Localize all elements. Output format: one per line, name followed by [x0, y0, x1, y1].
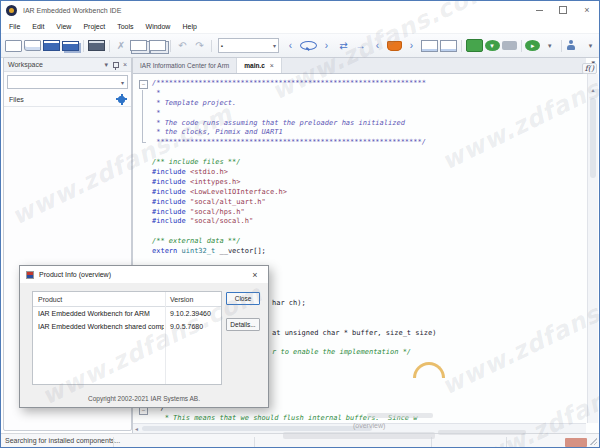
- find-icon[interactable]: [300, 41, 317, 50]
- open-file-icon[interactable]: [24, 40, 41, 51]
- menu-item-file[interactable]: File: [3, 23, 26, 30]
- scroll-up-icon[interactable]: ▴: [588, 86, 598, 93]
- window-title: IAR Embedded Workbench IDE: [23, 7, 527, 14]
- undo-icon[interactable]: ↶: [175, 38, 190, 54]
- vertical-scroll-thumb[interactable]: [590, 98, 596, 178]
- close-button[interactable]: ×: [575, 3, 599, 18]
- copy-icon[interactable]: [130, 40, 147, 51]
- tab-iar-information-center-for-arm[interactable]: IAR Information Center for Arm: [133, 58, 237, 73]
- copyright-text: Copyright 2002-2021 IAR Systems AB.: [20, 395, 268, 402]
- toolbar-divider: [170, 40, 171, 52]
- code-fragments: har ch); at unsigned char * buffer, size…: [272, 299, 436, 358]
- new-document-icon[interactable]: [5, 40, 22, 52]
- vertical-scrollbar[interactable]: ▴: [587, 74, 598, 423]
- find-next-icon[interactable]: ›: [319, 38, 334, 54]
- menu-item-edit[interactable]: Edit: [26, 23, 50, 30]
- function-list-button[interactable]: f(): [582, 63, 597, 74]
- dialog-close-button[interactable]: Close: [226, 292, 260, 305]
- product-row[interactable]: IAR Embedded Workbench shared components…: [33, 320, 221, 333]
- pin-icon[interactable]: [113, 62, 119, 68]
- fold-marker[interactable]: [139, 80, 148, 89]
- menu-item-help[interactable]: Help: [176, 23, 202, 30]
- app-window: IAR Embedded Workbench IDE × FileEditVie…: [0, 0, 600, 448]
- title-bar: IAR Embedded Workbench IDE ×: [1, 1, 599, 19]
- resize-grip-icon[interactable]: [590, 438, 597, 445]
- menu-item-view[interactable]: View: [50, 23, 77, 30]
- table-column-divider: [165, 292, 166, 384]
- product-name: IAR Embedded Workbench for ARM: [33, 310, 164, 317]
- dialog-title-bar[interactable]: Product Info (overview) ×: [20, 266, 268, 283]
- prev-bookmark-icon[interactable]: ‹: [370, 38, 385, 54]
- toolbar-divider: [561, 40, 562, 52]
- collaboration-icon[interactable]: [566, 40, 581, 51]
- find-previous-icon[interactable]: ‹: [283, 38, 298, 54]
- toolbar-divider: [211, 40, 212, 52]
- table-body: IAR Embedded Workbench for ARM9.10.2.394…: [33, 307, 221, 333]
- debug-dropdown-icon[interactable]: ▾: [542, 38, 557, 54]
- ghost-overview-text: (overview): [353, 422, 385, 429]
- product-column-header: Product: [33, 296, 164, 303]
- tab-strip: IAR Information Center for Armmain.c×: [133, 58, 586, 74]
- collaboration-dropdown-icon[interactable]: ▾: [583, 38, 598, 54]
- code-line: [272, 339, 436, 349]
- code-line: #include "socal/socal.h": [152, 217, 426, 227]
- status-message: Searching for installed components...: [1, 437, 120, 444]
- panel-close-icon[interactable]: ×: [123, 61, 127, 68]
- tab-main-c[interactable]: main.c×: [237, 58, 282, 73]
- menu-item-tools[interactable]: Tools: [111, 23, 139, 30]
- navigate-back-icon[interactable]: [421, 40, 438, 52]
- menu-item-window[interactable]: Window: [140, 23, 177, 30]
- scroll-left-icon[interactable]: ◂: [135, 425, 138, 432]
- save-icon[interactable]: [43, 40, 60, 51]
- code-line: #include <inttypes.h>: [152, 178, 426, 188]
- redo-icon[interactable]: ↷: [192, 38, 207, 54]
- maximize-button[interactable]: [551, 3, 575, 18]
- maximize-icon: [559, 6, 567, 14]
- cut-icon[interactable]: ✗: [113, 38, 128, 54]
- tab-close-icon[interactable]: ×: [270, 62, 274, 69]
- code-line: r to enable the implementation */: [272, 348, 436, 358]
- code-line: /***************************************…: [152, 79, 426, 89]
- chevron-down-icon[interactable]: ▾: [104, 61, 108, 69]
- make-icon[interactable]: [466, 39, 483, 52]
- workspace-config-dropdown[interactable]: ▾: [7, 75, 128, 89]
- navigate-forward-icon[interactable]: [440, 40, 457, 52]
- go-to-icon[interactable]: →: [353, 38, 368, 54]
- paste-icon[interactable]: [149, 40, 166, 51]
- code-line: [272, 319, 436, 329]
- product-version: 9.0.5.7680: [164, 323, 203, 330]
- minimize-button[interactable]: [527, 3, 551, 18]
- code-line: ****************************************…: [152, 138, 426, 148]
- code-line: #include "socal/hps.h": [152, 208, 426, 218]
- code-line: at unsigned char * buffer, size_t size): [272, 329, 436, 339]
- toolbar-divider: [83, 40, 84, 52]
- code-line: *: [152, 89, 426, 99]
- debug-icon[interactable]: [525, 40, 540, 51]
- stop-build-icon[interactable]: [502, 41, 517, 50]
- statusbar-divider: [113, 437, 114, 447]
- code-line: * the clocks, Pinmix and UART1: [152, 128, 426, 138]
- horizontal-scroll-thumb[interactable]: [142, 426, 372, 431]
- code-line: #include <LowLevelIOInterface.h>: [152, 188, 426, 198]
- workspace-header: Workspace ▾ ×: [4, 58, 131, 72]
- product-table: Product Version IAR Embedded Workbench f…: [32, 291, 222, 385]
- watermark-artifact: [283, 432, 435, 439]
- print-icon[interactable]: [88, 40, 105, 51]
- toolbar-divider: [109, 40, 110, 52]
- details-button[interactable]: Details...: [226, 318, 260, 331]
- dialog-icon: [26, 271, 34, 279]
- toggle-breakpoint-icon[interactable]: [387, 41, 402, 51]
- settings-gear-icon[interactable]: [117, 95, 126, 104]
- search-combo[interactable]: [218, 38, 279, 53]
- replace-icon[interactable]: ⇄: [336, 38, 351, 54]
- dialog-title: Product Info (overview): [39, 271, 111, 278]
- download-and-debug-icon[interactable]: [485, 40, 500, 51]
- dialog-close-icon[interactable]: ×: [248, 270, 262, 280]
- save-all-icon[interactable]: [62, 41, 79, 51]
- watermark-artifact: [367, 413, 433, 418]
- code-line: #include <stdio.h>: [152, 168, 426, 178]
- product-row[interactable]: IAR Embedded Workbench for ARM9.10.2.394…: [33, 307, 221, 320]
- fold-guide-corner: [142, 142, 146, 143]
- next-bookmark-icon[interactable]: ›: [404, 38, 419, 54]
- menu-item-project[interactable]: Project: [77, 23, 111, 30]
